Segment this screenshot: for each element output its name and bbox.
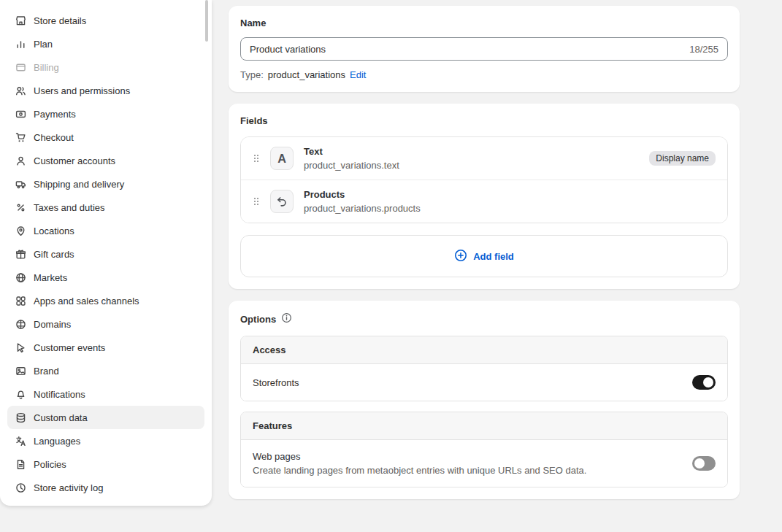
sidebar-item-policies[interactable]: Policies (7, 452, 204, 476)
sidebar-item-checkout[interactable]: Checkout (7, 126, 204, 149)
access-section-header: Access (241, 336, 727, 364)
taxes-icon (15, 201, 26, 213)
users-icon (15, 85, 26, 96)
sidebar-item-brand[interactable]: Brand (7, 359, 204, 382)
notifications-icon (15, 388, 26, 400)
activity-log-icon (15, 482, 26, 493)
sidebar-item-label: Custom data (34, 412, 88, 423)
info-icon[interactable] (281, 312, 292, 325)
sidebar-item-gift-cards[interactable]: Gift cards (7, 242, 204, 266)
text-field-icon: A (270, 147, 294, 170)
sidebar-item-shipping-and-delivery[interactable]: Shipping and delivery (7, 172, 204, 196)
web-pages-label: Web pages (253, 451, 586, 462)
brand-icon (15, 365, 26, 377)
sidebar-item-billing: Billing (7, 55, 204, 79)
sidebar-item-label: Apps and sales channels (34, 296, 139, 307)
options-card: Options Access Storefronts Features Web … (229, 301, 740, 499)
sidebar-item-label: Customer events (34, 342, 105, 353)
sidebar-item-store-activity-log[interactable]: Store activity log (7, 476, 204, 499)
policies-icon (15, 458, 26, 470)
shipping-icon (15, 178, 26, 190)
sidebar-item-label: Policies (34, 459, 66, 470)
drag-handle-icon[interactable] (253, 153, 260, 164)
options-card-title: Options (240, 314, 276, 325)
add-field-label: Add field (473, 251, 514, 262)
sidebar-item-plan[interactable]: Plan (7, 32, 204, 55)
sidebar-item-apps-and-sales-channels[interactable]: Apps and sales channels (7, 289, 204, 312)
fields-card-title: Fields (240, 115, 728, 126)
sidebar-item-label: Store details (34, 15, 86, 26)
languages-icon (15, 435, 26, 447)
apps-icon (15, 295, 26, 307)
sidebar-item-label: Billing (34, 62, 59, 73)
add-field-button[interactable]: Add field (240, 235, 728, 277)
field-row-text[interactable]: A Text product_variations.text Display n… (241, 137, 727, 180)
domains-icon (15, 318, 26, 330)
web-pages-row: Web pages Create landing pages from meta… (241, 440, 727, 487)
sidebar-item-label: Customer accounts (34, 155, 115, 166)
field-row-products[interactable]: Products product_variations.products (241, 180, 727, 223)
sidebar-item-notifications[interactable]: Notifications (7, 382, 204, 406)
sidebar-item-taxes-and-duties[interactable]: Taxes and duties (7, 196, 204, 219)
plus-circle-icon (454, 249, 467, 264)
sidebar-item-label: Locations (34, 225, 74, 236)
type-edit-link[interactable]: Edit (350, 69, 366, 80)
sidebar-item-label: Domains (34, 319, 71, 330)
sidebar-item-store-details[interactable]: Store details (7, 9, 204, 32)
name-input[interactable] (250, 44, 683, 55)
sidebar-item-markets[interactable]: Markets (7, 266, 204, 289)
sidebar-scrollbar-thumb[interactable] (205, 0, 208, 42)
sidebar-item-label: Plan (34, 39, 53, 50)
display-name-badge: Display name (649, 151, 716, 166)
sidebar-item-label: Store activity log (34, 482, 103, 493)
customer-events-icon (15, 342, 26, 353)
locations-icon (15, 225, 26, 236)
sidebar-item-label: Taxes and duties (34, 202, 105, 213)
sidebar-item-locations[interactable]: Locations (7, 219, 204, 242)
sidebar-item-label: Payments (34, 109, 76, 120)
features-section: Features Web pages Create landing pages … (240, 412, 728, 487)
sidebar-item-customer-accounts[interactable]: Customer accounts (7, 149, 204, 172)
svg-text:A: A (277, 152, 286, 165)
fields-list: A Text product_variations.text Display n… (240, 136, 728, 223)
sidebar-item-users-and-permissions[interactable]: Users and permissions (7, 79, 204, 102)
storefronts-row: Storefronts (241, 364, 727, 401)
access-section: Access Storefronts (240, 336, 728, 401)
features-section-header: Features (241, 412, 727, 440)
sidebar-item-customer-events[interactable]: Customer events (7, 336, 204, 359)
field-title: Products (304, 189, 421, 200)
field-key: product_variations.text (304, 160, 399, 171)
checkout-icon (15, 131, 26, 143)
field-key: product_variations.products (304, 203, 421, 214)
sidebar-item-label: Markets (34, 272, 67, 283)
type-value: product_variations (268, 69, 345, 80)
store-icon (15, 15, 26, 26)
markets-icon (15, 271, 26, 283)
sidebar-item-label: Brand (34, 366, 59, 377)
billing-icon (15, 61, 26, 73)
settings-content: Name 18/255 Type: product_variations Edi… (229, 6, 740, 511)
sidebar-item-label: Users and permissions (34, 85, 130, 96)
settings-sidebar: Store details Plan Billing Users and per… (0, 0, 212, 506)
char-counter: 18/255 (689, 44, 718, 55)
sidebar-item-custom-data[interactable]: Custom data (7, 406, 204, 429)
web-pages-description: Create landing pages from metaobject ent… (253, 465, 586, 476)
name-card: Name 18/255 Type: product_variations Edi… (229, 6, 740, 92)
sidebar-item-languages[interactable]: Languages (7, 429, 204, 452)
sidebar-item-payments[interactable]: Payments (7, 102, 204, 126)
drag-handle-icon[interactable] (253, 196, 260, 207)
sidebar-item-label: Notifications (34, 389, 85, 400)
sidebar-item-label: Shipping and delivery (34, 179, 124, 190)
type-row: Type: product_variations Edit (240, 69, 728, 80)
products-reference-icon (270, 190, 294, 213)
sidebar-item-label: Gift cards (34, 249, 74, 260)
storefronts-toggle[interactable] (692, 375, 716, 390)
sidebar-item-domains[interactable]: Domains (7, 312, 204, 336)
storefronts-label: Storefronts (253, 377, 299, 388)
type-label: Type: (240, 69, 264, 80)
name-card-title: Name (240, 18, 728, 28)
fields-card: Fields A Text product_variations.text Di… (229, 104, 740, 289)
sidebar-item-label: Checkout (34, 132, 74, 143)
web-pages-toggle[interactable] (692, 456, 716, 471)
payments-icon (15, 108, 26, 120)
